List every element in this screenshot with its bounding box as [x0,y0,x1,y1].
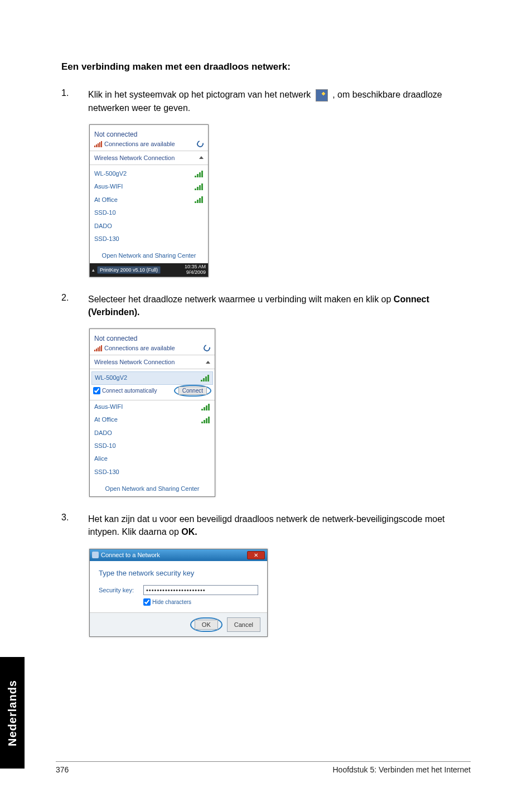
taskbar-app-button[interactable]: PrintKey 2000 v5.10 (Full) [97,266,161,274]
open-network-sharing-center-link[interactable]: Open Network and Sharing Center [90,481,215,496]
network-item[interactable]: SSD-10 [90,206,208,219]
dialog-titlebar: Connect to a Network ✕ [90,549,267,561]
page-number: 376 [56,765,69,774]
connect-button-highlight: Connect [174,385,211,397]
signal-icon [94,345,102,351]
security-key-label: Security key: [99,587,138,593]
dialog-prompt: Type the network security key [99,569,258,577]
wireless-section-header: Wireless Network Connection [90,151,208,165]
network-item[interactable]: At Office [90,413,215,426]
network-flyout-screenshot-2: Not connected Connections are available … [89,328,215,497]
step-number: 3. [61,513,72,538]
network-item[interactable]: Alice [90,452,215,465]
network-item[interactable]: SSD-130 [90,466,215,479]
chapter-title: Hoofdstuk 5: Verbinden met het Internet [333,765,471,774]
connections-available: Connections are available [94,345,210,351]
step-3-text: Het kan zijn dat u voor een beveiligd dr… [88,513,471,538]
network-flyout-screenshot-1: Not connected Connections are available … [89,124,209,277]
connection-status: Not connected [94,131,204,138]
cancel-button[interactable]: Cancel [227,617,260,632]
network-item[interactable]: SSD-10 [90,439,215,452]
connections-available: Connections are available [94,141,204,147]
step-number: 2. [61,293,72,318]
security-key-input[interactable] [143,585,258,595]
network-item-selected[interactable]: WL-500gV2 [91,371,213,384]
network-item[interactable]: Asus-WIFI [90,180,208,193]
step-2-text: Selecteer het draadloze netwerk waarmee … [88,293,471,318]
step-number: 1. [61,88,72,114]
network-item[interactable]: SSD-130 [90,233,208,245]
network-item[interactable]: DADO [90,220,208,233]
chevron-up-icon[interactable] [206,361,210,364]
network-item[interactable]: WL-500gV2 [90,167,208,180]
hide-characters-checkbox[interactable]: Hide characters [143,598,258,606]
network-tray-icon [316,89,328,102]
language-tab: Nederlands [0,657,25,769]
section-heading: Een verbinding maken met een draadloos n… [61,61,471,73]
network-item[interactable]: Asus-WIFI [90,400,215,413]
wireless-section-header: Wireless Network Connection [90,355,215,369]
connection-status: Not connected [94,335,210,342]
taskbar: ▴ PrintKey 2000 v5.10 (Full) 10:35 AM9/4… [90,263,208,277]
signal-icon [94,141,102,147]
network-dialog-icon [92,552,99,558]
taskbar-clock[interactable]: 10:35 AM9/4/2009 [185,264,206,276]
open-network-sharing-center-link[interactable]: Open Network and Sharing Center [90,248,208,263]
security-key-dialog-screenshot: Connect to a Network ✕ Type the network … [89,549,268,637]
show-hidden-icons[interactable]: ▴ [92,267,95,273]
refresh-icon[interactable] [196,139,205,148]
chevron-up-icon[interactable] [199,156,204,159]
network-item[interactable]: DADO [90,427,215,439]
connect-automatically-checkbox[interactable]: Connect automatically [93,387,157,394]
connect-button[interactable]: Connect [178,386,207,395]
refresh-icon[interactable] [202,344,211,352]
close-button[interactable]: ✕ [247,551,265,559]
ok-button[interactable]: OK [195,620,218,630]
network-item[interactable]: At Office [90,194,208,206]
language-tab-label: Nederlands [6,680,19,746]
step-1-text: Klik in het systeemvak op het pictogram … [88,88,471,114]
ok-button-highlight: OK [190,617,223,632]
